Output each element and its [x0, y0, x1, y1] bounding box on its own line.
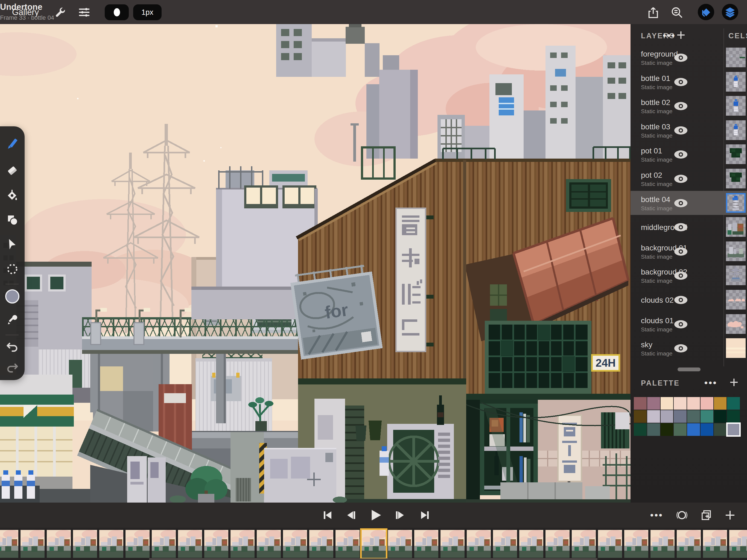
eyedropper-tool-icon[interactable] [6, 313, 19, 327]
selection-tool-icon[interactable] [6, 262, 19, 276]
move-tool-icon[interactable] [6, 238, 19, 251]
skip-end-icon[interactable] [419, 509, 431, 521]
timeline-frame[interactable] [21, 530, 45, 558]
timeline-frame[interactable] [283, 530, 307, 558]
layer-row-sky[interactable]: skyStatic image [630, 336, 747, 360]
timeline-frame[interactable] [493, 530, 517, 558]
layer-row-pot-01[interactable]: pot 01Static image [630, 142, 747, 166]
current-color-swatch[interactable] [5, 289, 19, 304]
layer-visibility-toggle[interactable] [674, 53, 688, 62]
timeline-frame[interactable] [388, 530, 412, 558]
layer-cel-thumbnail[interactable] [726, 72, 746, 92]
duplicate-frame-icon[interactable] [700, 509, 713, 521]
layer-row-backgroud-02[interactable]: backgroud 02Static image [630, 263, 747, 287]
layer-cel-thumbnail[interactable] [726, 338, 746, 358]
layer-row-foreground[interactable]: foregroundStatic image [630, 45, 747, 70]
layer-visibility-toggle[interactable] [674, 199, 688, 208]
timeline-frame[interactable] [231, 530, 255, 558]
palette-more-button[interactable]: ••• [704, 377, 718, 388]
palette-swatch[interactable] [687, 410, 700, 423]
palette-swatch[interactable] [700, 397, 713, 410]
layer-row-bottle-01[interactable]: bottle 01Static image [630, 70, 747, 94]
timeline-frame[interactable] [335, 530, 360, 558]
redo-icon[interactable] [6, 361, 19, 374]
layer-row-bottle-04[interactable]: bottle 04Static image [630, 191, 747, 215]
layers-more-button[interactable]: ••• [663, 30, 676, 41]
palette-swatch[interactable] [727, 423, 740, 436]
undo-icon[interactable] [6, 340, 19, 353]
palette-swatch[interactable] [634, 410, 647, 423]
play-button-icon[interactable] [368, 508, 382, 522]
timeline-more-button[interactable]: ••• [650, 510, 663, 520]
layer-visibility-toggle[interactable] [674, 101, 688, 111]
palette-drag-handle[interactable] [677, 367, 700, 371]
layer-visibility-toggle[interactable] [674, 247, 688, 256]
timeline-frame[interactable] [545, 530, 570, 558]
pencil-tool-icon[interactable] [6, 137, 19, 150]
layer-row-middleground[interactable]: middleground [630, 215, 747, 239]
layer-cel-thumbnail[interactable] [726, 241, 746, 261]
timeline-frame[interactable] [519, 530, 543, 558]
palette-swatch[interactable] [714, 397, 727, 410]
layer-row-pot-02[interactable]: pot 02Static image [630, 167, 747, 190]
palette-swatch[interactable] [661, 423, 673, 436]
timeline-frame-selected[interactable] [362, 530, 386, 558]
step-back-icon[interactable] [345, 509, 357, 521]
layer-cel-thumbnail[interactable] [726, 193, 746, 213]
palette-swatch[interactable] [700, 423, 713, 436]
drawing-canvas[interactable]: 24H [0, 24, 630, 503]
timeline-frame[interactable] [624, 530, 648, 558]
timeline-frame[interactable] [650, 530, 674, 558]
layer-visibility-toggle[interactable] [674, 271, 688, 280]
zoom-search-icon[interactable] [670, 6, 683, 19]
onion-skin-icon[interactable] [676, 509, 688, 521]
layer-visibility-toggle[interactable] [674, 344, 688, 353]
timeline-frame[interactable] [309, 530, 333, 558]
add-layer-button[interactable]: + [676, 29, 686, 41]
skip-start-icon[interactable] [321, 509, 334, 521]
layer-visibility-toggle[interactable] [674, 150, 688, 159]
share-icon[interactable] [647, 6, 660, 19]
palette-swatch[interactable] [661, 397, 673, 410]
palette-swatch[interactable] [714, 423, 727, 436]
shapes-tool-icon[interactable] [6, 213, 19, 226]
palette-swatch[interactable] [674, 397, 687, 410]
layer-row-clouds-01[interactable]: clouds 01Static image [630, 312, 747, 336]
palette-swatch[interactable] [634, 423, 647, 436]
palette-swatch[interactable] [727, 397, 740, 410]
timeline-frame[interactable] [440, 530, 465, 558]
layer-row-clouds-02[interactable]: clouds 02 [630, 288, 747, 312]
palette-swatch[interactable] [700, 410, 713, 423]
layer-visibility-toggle[interactable] [674, 126, 688, 135]
palette-swatch[interactable] [687, 423, 700, 436]
timeline-frame[interactable] [178, 530, 202, 558]
add-color-button[interactable]: + [729, 377, 739, 388]
layer-row-backgroud-01[interactable]: backgroud 01Static image [630, 239, 747, 263]
palette-swatch[interactable] [674, 423, 687, 436]
timeline-frame[interactable] [0, 530, 18, 558]
palette-swatch[interactable] [714, 410, 727, 423]
timeline-frame[interactable] [729, 530, 747, 558]
timeline-frame[interactable] [703, 530, 727, 558]
timeline-scrollbar[interactable] [149, 558, 597, 560]
layer-visibility-toggle[interactable] [674, 295, 688, 305]
step-forward-icon[interactable] [394, 509, 406, 521]
timeline-frame[interactable] [204, 530, 228, 558]
timeline-frame[interactable] [99, 530, 123, 558]
timeline-frame[interactable] [126, 530, 150, 558]
layer-visibility-toggle[interactable] [674, 223, 688, 232]
timeline-frame[interactable] [677, 530, 701, 558]
add-frame-icon[interactable] [724, 509, 736, 521]
timeline-frame[interactable] [414, 530, 438, 558]
layer-visibility-toggle[interactable] [674, 174, 688, 183]
layer-cel-thumbnail[interactable] [726, 290, 746, 309]
timeline-frame[interactable] [467, 530, 491, 558]
palette-swatch[interactable] [674, 410, 687, 423]
timeline-frame[interactable] [73, 530, 97, 558]
layer-cel-thumbnail[interactable] [726, 120, 746, 140]
palette-swatch[interactable] [647, 423, 660, 436]
layer-cel-thumbnail[interactable] [726, 169, 746, 188]
timeline-frame[interactable] [257, 530, 281, 558]
timeline-frame[interactable] [47, 530, 71, 558]
color-mode-button[interactable] [698, 4, 714, 20]
